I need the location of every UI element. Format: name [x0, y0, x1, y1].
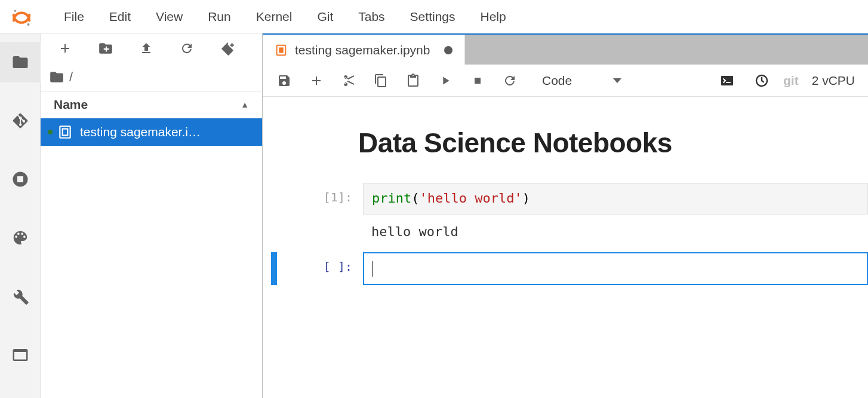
plus-icon [309, 74, 324, 88]
cut-icon [341, 74, 356, 88]
notebook-icon [275, 44, 288, 57]
menu-edit[interactable]: Edit [97, 10, 143, 24]
refresh-button[interactable] [171, 36, 203, 60]
activity-git[interactable] [0, 100, 41, 141]
save-button[interactable] [271, 68, 297, 94]
clock-icon [755, 74, 769, 88]
cell-prompt: [1]: [278, 183, 363, 244]
new-folder-button[interactable] [90, 36, 122, 60]
play-icon [439, 74, 452, 87]
run-button[interactable] [432, 68, 458, 94]
activity-commands[interactable] [0, 218, 41, 258]
main-layout: / Name ▲ testing sagemaker.i… testing sa… [0, 33, 868, 398]
palette-icon [11, 229, 29, 247]
activity-tabs[interactable] [0, 335, 41, 375]
vcpu-indicator[interactable]: 2 vCPU [807, 74, 860, 88]
code-input[interactable]: print('hello world') [363, 183, 868, 215]
markdown-heading: Data Science Notebooks [358, 127, 868, 159]
tab-notebook[interactable]: testing sagemaker.ipynb [263, 35, 465, 66]
paste-button[interactable] [400, 68, 426, 94]
terminal-icon [720, 74, 734, 88]
restart-button[interactable] [497, 68, 523, 94]
menu-kernel[interactable]: Kernel [244, 10, 305, 24]
folder-icon [49, 69, 64, 85]
cell-output: hello world [363, 219, 868, 244]
window-icon [11, 346, 29, 364]
toolbar-right-group: git 2 vCPU [714, 68, 860, 94]
git-branch-icon [11, 112, 29, 130]
activity-folder[interactable] [0, 42, 41, 82]
git-clone-icon [220, 41, 235, 56]
stop-circle-icon [11, 170, 29, 188]
cell-type-dropdown[interactable]: Code Markdown Raw [535, 71, 629, 90]
work-area: testing sagemaker.ipynb [263, 33, 868, 398]
svg-rect-6 [721, 76, 733, 85]
kernel-status-button[interactable] [749, 68, 775, 94]
menu-help[interactable]: Help [468, 10, 519, 24]
file-item[interactable]: testing sagemaker.i… [41, 118, 262, 146]
code-cell[interactable]: [ ]: [263, 252, 868, 285]
menubar: File Edit View Run Kernel Git Tabs Setti… [0, 0, 868, 33]
file-list-header[interactable]: Name ▲ [41, 91, 262, 118]
running-indicator [48, 130, 53, 134]
refresh-icon [180, 41, 194, 56]
svg-point-0 [14, 10, 17, 12]
copy-icon [374, 74, 388, 88]
file-browser-toolbar [41, 33, 262, 63]
copy-button[interactable] [368, 68, 394, 94]
insert-cell-button[interactable] [303, 68, 330, 94]
menu-view[interactable]: View [143, 10, 195, 24]
upload-button[interactable] [130, 36, 162, 60]
tab-title: testing sagemaker.ipynb [295, 43, 430, 57]
new-launcher-button[interactable] [49, 36, 81, 60]
activity-settings[interactable] [0, 276, 41, 317]
breadcrumb[interactable]: / [41, 63, 262, 91]
menu-file[interactable]: File [51, 10, 97, 24]
git-clone-button[interactable] [211, 36, 244, 60]
stop-icon [472, 75, 484, 87]
wrench-icon [11, 287, 29, 305]
folder-plus-icon [98, 41, 113, 56]
unsaved-indicator-icon [444, 46, 453, 54]
cell-active-bar [271, 252, 277, 285]
file-name-label: testing sagemaker.i… [80, 125, 201, 139]
terminal-button[interactable] [714, 68, 740, 94]
cut-button[interactable] [335, 68, 362, 94]
sort-asc-icon: ▲ [241, 100, 249, 109]
save-icon [277, 74, 291, 88]
git-label[interactable]: git [783, 68, 799, 94]
code-input[interactable] [363, 252, 868, 285]
activity-running[interactable] [0, 159, 41, 200]
restart-icon [503, 74, 517, 88]
file-browser: / Name ▲ testing sagemaker.i… [41, 33, 263, 398]
svg-rect-3 [63, 129, 68, 136]
file-list: testing sagemaker.i… [41, 118, 262, 398]
menu-run[interactable]: Run [195, 10, 244, 24]
cell-type-select[interactable]: Code Markdown Raw [535, 71, 629, 90]
menu-git[interactable]: Git [304, 10, 346, 24]
upload-icon [139, 41, 153, 56]
jupyter-logo [10, 5, 33, 29]
notebook-toolbar: Code Markdown Raw git 2 vCPU [263, 65, 868, 97]
notebook-icon [57, 124, 73, 140]
cell-active-bar [271, 183, 277, 244]
column-name-label: Name [54, 97, 88, 112]
breadcrumb-path: / [69, 69, 73, 85]
svg-point-1 [27, 23, 29, 25]
tab-bar: testing sagemaker.ipynb [263, 33, 868, 65]
code-cell[interactable]: [1]: print('hello world') hello world [263, 183, 868, 244]
notebook-body: Data Science Notebooks [1]: print('hello… [263, 97, 868, 398]
text-cursor [373, 261, 373, 277]
interrupt-button[interactable] [464, 68, 491, 94]
cell-prompt: [ ]: [278, 252, 363, 285]
menu-settings[interactable]: Settings [398, 10, 468, 24]
folder-icon [11, 53, 29, 71]
markdown-cell[interactable]: Data Science Notebooks [263, 127, 868, 183]
activity-bar [0, 33, 41, 398]
plus-icon [58, 41, 72, 56]
paste-icon [406, 74, 420, 88]
svg-rect-2 [60, 126, 70, 138]
svg-rect-5 [279, 47, 283, 53]
cell-output-row: hello world [363, 219, 868, 244]
menu-tabs[interactable]: Tabs [346, 10, 397, 24]
